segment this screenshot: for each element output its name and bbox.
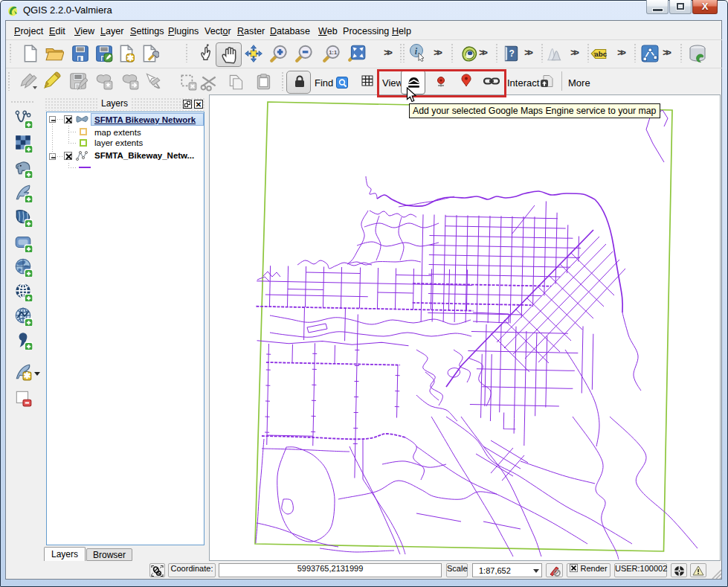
svg-text:✱: ✱ [126, 53, 134, 63]
svg-text:1:1: 1:1 [329, 49, 337, 56]
svg-text:abc: abc [594, 50, 607, 58]
svg-text:✱: ✱ [23, 371, 30, 381]
svg-text:?: ? [509, 48, 514, 59]
